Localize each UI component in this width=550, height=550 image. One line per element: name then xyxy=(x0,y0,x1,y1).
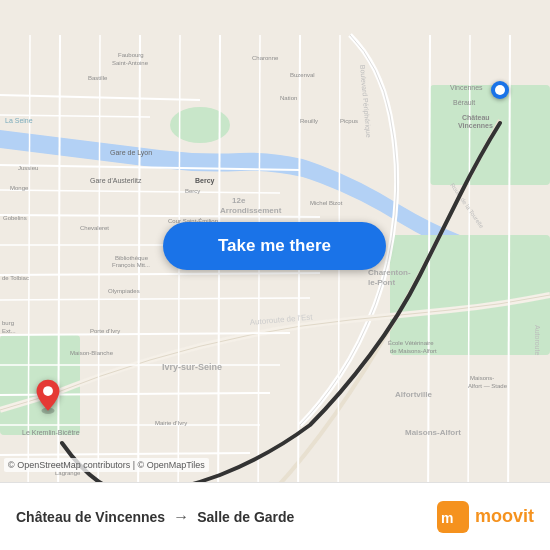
svg-text:de Maisons-Alfort: de Maisons-Alfort xyxy=(390,348,437,354)
bottom-bar: Château de Vincennes → Salle de Garde m … xyxy=(0,482,550,550)
svg-text:Gare d'Austerlitz: Gare d'Austerlitz xyxy=(90,177,142,184)
map-container: Bastille Faubourg Saint-Antoine Charonne… xyxy=(0,0,550,550)
svg-text:Bercy: Bercy xyxy=(185,188,200,194)
svg-text:le-Pont: le-Pont xyxy=(368,278,395,287)
svg-text:Vincennes: Vincennes xyxy=(450,84,483,91)
svg-text:12e: 12e xyxy=(232,196,246,205)
svg-text:Maisons-Alfort: Maisons-Alfort xyxy=(405,428,461,437)
destination-label: Salle de Garde xyxy=(197,509,294,525)
svg-text:Bérault: Bérault xyxy=(453,99,475,106)
svg-text:Le Kremlin-Bicêtre: Le Kremlin-Bicêtre xyxy=(22,429,80,436)
svg-text:Bastille: Bastille xyxy=(88,75,108,81)
svg-text:Picpus: Picpus xyxy=(340,118,358,124)
svg-text:François Mtt...: François Mtt... xyxy=(112,262,150,268)
destination-pin xyxy=(490,80,510,104)
svg-text:Vincennes: Vincennes xyxy=(458,122,493,129)
svg-text:Ivry-sur-Seine: Ivry-sur-Seine xyxy=(162,362,222,372)
svg-text:m: m xyxy=(441,510,453,526)
route-info: Château de Vincennes → Salle de Garde xyxy=(16,508,437,526)
origin-pin xyxy=(30,378,66,418)
svg-text:La Seine: La Seine xyxy=(5,117,33,124)
svg-text:Saint-Antoine: Saint-Antoine xyxy=(112,60,149,66)
svg-text:Autoroute: Autoroute xyxy=(534,325,541,355)
svg-text:Porte d'Ivry: Porte d'Ivry xyxy=(90,328,120,334)
svg-text:Alfort — Stade: Alfort — Stade xyxy=(468,383,508,389)
svg-rect-1 xyxy=(390,235,550,355)
svg-text:Michel Bizot: Michel Bizot xyxy=(310,200,343,206)
svg-text:Charonne: Charonne xyxy=(252,55,279,61)
moovit-text: moovit xyxy=(475,506,534,527)
svg-text:Alfortville: Alfortville xyxy=(395,390,432,399)
svg-text:Olympiades: Olympiades xyxy=(108,288,140,294)
svg-text:burg: burg xyxy=(2,320,14,326)
svg-text:Château: Château xyxy=(462,114,490,121)
moovit-branding: m moovit xyxy=(437,501,534,533)
svg-text:Gare de Lyon: Gare de Lyon xyxy=(110,149,152,157)
svg-text:Nation: Nation xyxy=(280,95,297,101)
svg-text:École Vétérinaire: École Vétérinaire xyxy=(388,340,434,346)
svg-text:Reuilly: Reuilly xyxy=(300,118,318,124)
origin-label: Château de Vincennes xyxy=(16,509,165,525)
svg-text:Monge: Monge xyxy=(10,185,29,191)
svg-text:Charenton-: Charenton- xyxy=(368,268,411,277)
svg-text:Arrondissement: Arrondissement xyxy=(220,206,282,215)
svg-text:Maisons-: Maisons- xyxy=(470,375,494,381)
svg-point-87 xyxy=(495,85,505,95)
svg-text:Chevaleret: Chevaleret xyxy=(80,225,109,231)
moovit-logo-icon: m xyxy=(437,501,469,533)
svg-text:Mairie d'Ivry: Mairie d'Ivry xyxy=(155,420,187,426)
svg-text:Ext...: Ext... xyxy=(2,328,16,334)
map-attribution: © OpenStreetMap contributors | © OpenMap… xyxy=(4,458,209,472)
take-me-there-button[interactable]: Take me there xyxy=(163,222,386,270)
svg-text:de Tolbiac: de Tolbiac xyxy=(2,275,29,281)
svg-text:Faubourg: Faubourg xyxy=(118,52,144,58)
svg-text:Bercy: Bercy xyxy=(195,177,215,185)
svg-text:Jussieu: Jussieu xyxy=(18,165,38,171)
route-arrow-icon: → xyxy=(173,508,189,526)
svg-text:Bibliothèque: Bibliothèque xyxy=(115,255,149,261)
svg-point-85 xyxy=(43,386,53,396)
svg-text:Gobelins: Gobelins xyxy=(3,215,27,221)
svg-text:Maison-Blanche: Maison-Blanche xyxy=(70,350,114,356)
svg-text:Buzenval: Buzenval xyxy=(290,72,315,78)
